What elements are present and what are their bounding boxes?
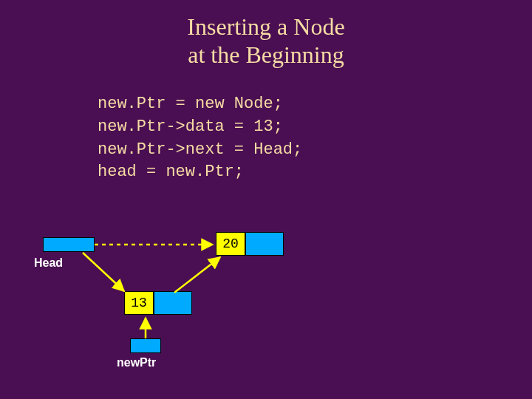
- node-13-next: [154, 291, 192, 315]
- node-13-data: 13: [124, 291, 154, 315]
- code-line-1: new.Ptr = new Node;: [98, 95, 283, 113]
- arrow-13-next-to-20: [174, 257, 220, 293]
- slide-title-line2: at the Beginning: [0, 41, 532, 69]
- code-block: new.Ptr = new Node; new.Ptr->data = 13; …: [98, 93, 302, 184]
- node-20: 20: [216, 232, 284, 256]
- code-line-3: new.Ptr->next = Head;: [98, 140, 302, 159]
- head-pointer-box: [43, 237, 95, 252]
- head-label: Head: [34, 256, 63, 270]
- node-13: 13: [124, 291, 192, 315]
- node-20-data: 20: [216, 232, 245, 256]
- arrow-head-to-13: [83, 253, 124, 291]
- code-line-2: new.Ptr->data = 13;: [98, 117, 283, 136]
- newptr-label: newPtr: [117, 356, 156, 369]
- slide: Inserting a Node at the Beginning new.Pt…: [0, 0, 532, 399]
- slide-title-line1: Inserting a Node: [0, 13, 532, 41]
- newptr-box: [130, 338, 161, 353]
- code-line-4: head = new.Ptr;: [98, 163, 244, 181]
- node-20-next: [245, 232, 284, 256]
